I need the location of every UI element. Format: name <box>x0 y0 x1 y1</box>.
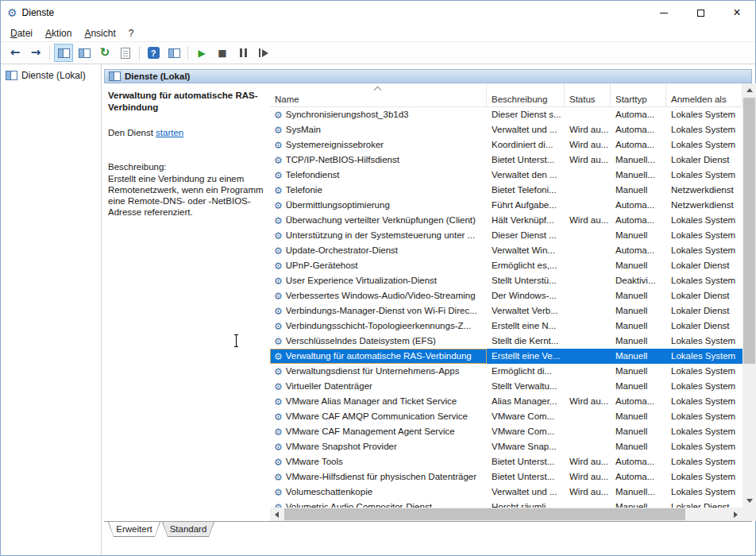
table-row[interactable]: ⚙ Systemereignissebroker Koordiniert di.… <box>270 137 742 153</box>
service-name: Verbindungs-Manager-Dienst von Wi-Fi Dir… <box>286 303 477 319</box>
table-row[interactable]: ⚙ Update-Orchestrator-Dienst Verwaltet W… <box>270 243 742 258</box>
scroll-left-icon <box>275 512 279 518</box>
service-name-cell: ⚙ Telefondienst <box>270 168 487 183</box>
table-row[interactable]: ⚙ Verbindungs-Manager-Dienst von Wi-Fi D… <box>270 303 742 319</box>
service-action-prefix: Den Dienst <box>108 128 156 137</box>
service-status <box>565 107 611 122</box>
table-row[interactable]: ⚙ Volumetric Audio Compositor-Dienst Hor… <box>270 500 742 508</box>
menu-item-ansicht[interactable]: Ansicht <box>78 26 122 41</box>
table-row[interactable]: ⚙ VMware CAF Management Agent Service VM… <box>270 424 742 439</box>
service-name-cell: ⚙ Unterstützung in der Systemsteuerung u… <box>270 228 487 243</box>
table-row[interactable]: ⚙ Telefonie Bietet Telefoni... Manuell N… <box>270 183 742 198</box>
menu-item-hilfe[interactable]: ? <box>122 26 141 41</box>
service-starttype: Automa... <box>611 243 666 258</box>
service-gear-icon: ⚙ <box>274 276 283 286</box>
table-row[interactable]: ⚙ User Experience Virtualization-Dienst … <box>270 273 742 288</box>
help-button[interactable]: ? <box>144 44 163 62</box>
vertical-scrollbar[interactable] <box>742 83 756 508</box>
export-list-button[interactable] <box>116 44 135 62</box>
start-service-button[interactable]: ▶ <box>192 44 211 62</box>
scroll-right-button[interactable] <box>729 508 742 521</box>
description-text: Erstellt eine Verbindung zu einem Remote… <box>108 173 264 218</box>
service-name: Verwaltung für automatische RAS-Verbindu… <box>286 349 472 364</box>
refresh-icon: ↻ <box>100 47 110 59</box>
tab-standard[interactable]: Standard <box>162 522 214 537</box>
table-row[interactable]: ⚙ Verbindungsschicht-Topologieerkennungs… <box>270 319 742 334</box>
back-button[interactable]: ← <box>6 44 25 62</box>
refresh-button[interactable]: ↻ <box>95 44 114 62</box>
table-row[interactable]: ⚙ Verwaltungsdienst für Unternehmens-App… <box>270 364 742 379</box>
table-row[interactable]: ⚙ Verwaltung für automatische RAS-Verbin… <box>270 349 742 364</box>
table-row[interactable]: ⚙ Synchronisierungshost_3b1d3 Dieser Die… <box>270 107 742 122</box>
table-row[interactable]: ⚙ Übermittlungsoptimierung Führt Aufgabe… <box>270 198 742 213</box>
table-row[interactable]: ⚙ SysMain Verwaltet und ... Wird au... A… <box>270 122 742 137</box>
menu-item-datei[interactable]: Datei <box>4 26 39 41</box>
maximize-button[interactable] <box>682 1 719 25</box>
service-starttype: Manuell <box>611 349 666 364</box>
service-starttype: Automa... <box>611 137 666 153</box>
scroll-left-button[interactable] <box>270 508 284 521</box>
scroll-up-button[interactable] <box>742 83 756 97</box>
table-row[interactable]: ⚙ Verbessertes Windows-Audio/Video-Strea… <box>270 288 742 303</box>
close-button[interactable]: × <box>719 1 755 25</box>
service-name-cell: ⚙ SysMain <box>270 122 487 137</box>
service-description: Dieser Dienst ... <box>487 228 565 243</box>
properties-button[interactable] <box>164 44 183 62</box>
tab-erweitert[interactable]: Erweitert <box>108 522 160 537</box>
service-starttype: Manuell <box>611 303 666 319</box>
scroll-down-button[interactable] <box>742 494 756 508</box>
table-row[interactable]: ⚙ Unterstützung in der Systemsteuerung u… <box>270 228 742 243</box>
services-window: ⚙ Dienste × Datei Aktion Ansicht ? ← → ↻… <box>0 0 756 556</box>
table-row[interactable]: ⚙ Überwachung verteilter Verknüpfungen (… <box>270 213 742 228</box>
service-name: VMware CAF Management Agent Service <box>286 424 455 439</box>
description-label: Beschreibung: <box>108 162 264 172</box>
table-row[interactable]: ⚙ VMware Snapshot Provider VMware Snap..… <box>270 439 742 454</box>
pause-service-button[interactable] <box>233 44 253 62</box>
table-row[interactable]: ⚙ TCP/IP-NetBIOS-Hilfsdienst Bietet Unte… <box>270 153 742 168</box>
list-view-button[interactable] <box>75 44 94 62</box>
service-logonas: Lokales System <box>666 424 742 439</box>
table-row[interactable]: ⚙ Volumeschattenkopie Verwaltet und ... … <box>270 485 742 500</box>
service-name-cell: ⚙ VMware Tools <box>270 454 487 469</box>
service-name: Telefonie <box>286 183 322 198</box>
table-row[interactable]: ⚙ UPnP-Gerätehost Ermöglicht es,... Manu… <box>270 258 742 273</box>
column-header-anmelden-als[interactable]: Anmelden als <box>666 83 742 106</box>
column-header-beschreibung[interactable]: Beschreibung <box>487 83 565 106</box>
service-logonas: Lokales System <box>666 168 742 183</box>
service-name-cell: ⚙ VMware Alias Manager and Ticket Servic… <box>270 394 487 409</box>
service-status <box>565 258 611 273</box>
table-row[interactable]: ⚙ Telefondienst Verwaltet den ... Manuel… <box>270 168 742 183</box>
service-starttype: Manuell <box>611 334 666 349</box>
tab-standard-label: Standard <box>163 522 214 536</box>
table-row[interactable]: ⚙ VMware Alias Manager and Ticket Servic… <box>270 394 742 409</box>
service-name: Verbindungsschicht-Topologieerkennungs-Z… <box>286 319 471 334</box>
column-header-starttyp[interactable]: Starttyp <box>611 83 666 106</box>
horizontal-scrollbar[interactable] <box>270 508 742 521</box>
console-tree-toggle-button[interactable] <box>54 44 73 62</box>
restart-service-button[interactable] <box>254 44 273 62</box>
menu-item-aktion[interactable]: Aktion <box>39 26 78 41</box>
service-gear-icon: ⚙ <box>274 458 283 467</box>
start-service-link[interactable]: starten <box>156 128 183 137</box>
table-row[interactable]: ⚙ Verschlüsselndes Dateisystem (EFS) Ste… <box>270 334 742 349</box>
service-gear-icon: ⚙ <box>274 171 283 180</box>
tree-item-dienste-lokal[interactable]: Dienste (Lokal) <box>1 64 101 84</box>
service-name-cell: ⚙ Virtueller Datenträger <box>270 379 487 394</box>
service-starttype: Automa... <box>611 122 666 137</box>
service-name: TCP/IP-NetBIOS-Hilfsdienst <box>286 153 399 168</box>
vertical-scrollbar-thumb[interactable] <box>743 98 755 364</box>
minimize-icon <box>660 13 668 14</box>
table-row[interactable]: ⚙ VMware Tools Bietet Unterst... Wird au… <box>270 454 742 469</box>
horizontal-scrollbar-thumb[interactable] <box>284 508 685 520</box>
forward-button[interactable]: → <box>26 44 45 62</box>
table-row[interactable]: ⚙ VMware-Hilfsdienst für physischen Date… <box>270 469 742 485</box>
minimize-button[interactable] <box>646 1 682 25</box>
service-name: Verwaltungsdienst für Unternehmens-Apps <box>286 364 460 379</box>
service-gear-icon: ⚙ <box>274 427 283 437</box>
table-row[interactable]: ⚙ Virtueller Datenträger Stellt Verwaltu… <box>270 379 742 394</box>
service-gear-icon: ⚙ <box>274 186 283 195</box>
stop-service-button[interactable]: ■ <box>213 44 232 62</box>
table-row[interactable]: ⚙ VMware CAF AMQP Communication Service … <box>270 409 742 424</box>
properties-icon <box>168 48 180 58</box>
column-header-status[interactable]: Status <box>565 83 611 106</box>
